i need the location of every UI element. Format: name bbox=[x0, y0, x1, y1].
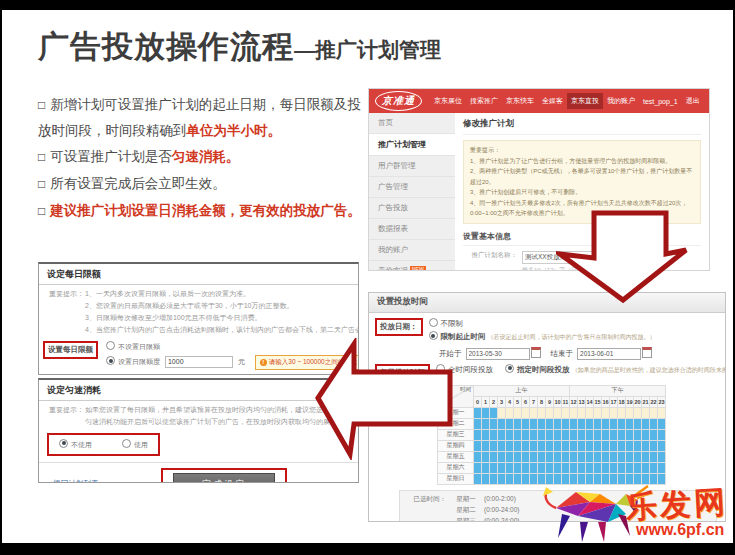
schedule-cell[interactable] bbox=[642, 407, 650, 418]
schedule-cell[interactable] bbox=[610, 407, 618, 418]
schedule-cell[interactable] bbox=[610, 418, 618, 429]
schedule-cell[interactable] bbox=[570, 440, 578, 451]
schedule-cell[interactable] bbox=[530, 440, 538, 451]
schedule-cell[interactable] bbox=[650, 440, 658, 451]
schedule-cell[interactable] bbox=[474, 429, 482, 440]
schedule-cell[interactable] bbox=[506, 451, 514, 462]
schedule-cell[interactable] bbox=[650, 473, 658, 484]
schedule-cell[interactable] bbox=[474, 440, 482, 451]
schedule-cell[interactable] bbox=[594, 407, 602, 418]
schedule-cell[interactable] bbox=[482, 462, 490, 473]
schedule-cell[interactable] bbox=[490, 473, 498, 484]
schedule-cell[interactable] bbox=[562, 407, 570, 418]
schedule-cell[interactable] bbox=[506, 418, 514, 429]
schedule-cell[interactable] bbox=[634, 451, 642, 462]
schedule-cell[interactable] bbox=[514, 407, 522, 418]
schedule-cell[interactable] bbox=[610, 440, 618, 451]
schedule-cell[interactable] bbox=[522, 473, 530, 484]
daily-option-specified[interactable]: 指定时间段投放 bbox=[505, 365, 570, 374]
date-option-unlimited[interactable]: 不限制 bbox=[429, 318, 656, 329]
schedule-cell[interactable] bbox=[562, 451, 570, 462]
nav-item-全媒客[interactable]: 全媒客 bbox=[538, 93, 567, 109]
schedule-cell[interactable] bbox=[474, 462, 482, 473]
schedule-cell[interactable] bbox=[658, 462, 666, 473]
radio-icon[interactable] bbox=[106, 341, 115, 350]
schedule-cell[interactable] bbox=[578, 418, 586, 429]
schedule-cell[interactable] bbox=[514, 429, 522, 440]
schedule-cell[interactable] bbox=[642, 429, 650, 440]
schedule-cell[interactable] bbox=[642, 451, 650, 462]
schedule-cell[interactable] bbox=[522, 440, 530, 451]
schedule-cell[interactable] bbox=[634, 429, 642, 440]
schedule-cell[interactable] bbox=[642, 473, 650, 484]
schedule-cell[interactable] bbox=[538, 462, 546, 473]
schedule-cell[interactable] bbox=[522, 418, 530, 429]
schedule-cell[interactable] bbox=[554, 429, 562, 440]
schedule-cell[interactable] bbox=[626, 429, 634, 440]
schedule-cell[interactable] bbox=[642, 462, 650, 473]
schedule-cell[interactable] bbox=[546, 451, 554, 462]
schedule-cell[interactable] bbox=[578, 451, 586, 462]
schedule-cell[interactable] bbox=[626, 407, 634, 418]
schedule-cell[interactable] bbox=[538, 473, 546, 484]
schedule-cell[interactable] bbox=[554, 407, 562, 418]
schedule-cell[interactable] bbox=[490, 429, 498, 440]
schedule-cell[interactable] bbox=[650, 451, 658, 462]
radio-icon[interactable] bbox=[429, 318, 438, 327]
schedule-cell[interactable] bbox=[538, 440, 546, 451]
schedule-cell[interactable] bbox=[546, 429, 554, 440]
schedule-cell[interactable] bbox=[570, 462, 578, 473]
sidebar-item-首页[interactable]: 首页 bbox=[369, 113, 455, 134]
radio-icon[interactable] bbox=[122, 439, 131, 448]
schedule-cell[interactable] bbox=[546, 440, 554, 451]
schedule-cell[interactable] bbox=[626, 473, 634, 484]
schedule-cell[interactable] bbox=[578, 462, 586, 473]
schedule-cell[interactable] bbox=[650, 462, 658, 473]
schedule-cell[interactable] bbox=[634, 418, 642, 429]
schedule-cell[interactable] bbox=[514, 418, 522, 429]
schedule-cell[interactable] bbox=[594, 418, 602, 429]
schedule-cell[interactable] bbox=[618, 429, 626, 440]
schedule-cell[interactable] bbox=[490, 440, 498, 451]
schedule-cell[interactable] bbox=[610, 462, 618, 473]
end-date-input[interactable] bbox=[577, 348, 641, 360]
schedule-cell[interactable] bbox=[570, 429, 578, 440]
schedule-cell[interactable] bbox=[570, 418, 578, 429]
sidebar-item-广告投放[interactable]: 广告投放 bbox=[369, 198, 455, 219]
schedule-cell[interactable] bbox=[498, 473, 506, 484]
schedule-cell[interactable] bbox=[490, 418, 498, 429]
schedule-cell[interactable] bbox=[626, 462, 634, 473]
schedule-cell[interactable] bbox=[618, 407, 626, 418]
schedule-cell[interactable] bbox=[578, 440, 586, 451]
schedule-cell[interactable] bbox=[586, 418, 594, 429]
nav-item-搜索推广[interactable]: 搜索推广 bbox=[466, 93, 502, 109]
start-date-input[interactable] bbox=[466, 348, 530, 360]
schedule-cell[interactable] bbox=[538, 418, 546, 429]
schedule-cell[interactable] bbox=[530, 451, 538, 462]
schedule-cell[interactable] bbox=[610, 451, 618, 462]
schedule-cell[interactable] bbox=[506, 473, 514, 484]
schedule-cell[interactable] bbox=[562, 462, 570, 473]
schedule-cell[interactable] bbox=[490, 462, 498, 473]
schedule-cell[interactable] bbox=[546, 418, 554, 429]
schedule-cell[interactable] bbox=[642, 440, 650, 451]
schedule-cell[interactable] bbox=[634, 473, 642, 484]
schedule-cell[interactable] bbox=[626, 440, 634, 451]
schedule-cell[interactable] bbox=[546, 473, 554, 484]
schedule-cell[interactable] bbox=[586, 407, 594, 418]
schedule-cell[interactable] bbox=[658, 473, 666, 484]
date-option-limited[interactable]: 限制起止时间 （若设定起止时间，该计划中的广告将只在限制时间内投放。） bbox=[429, 331, 656, 342]
schedule-cell[interactable] bbox=[602, 429, 610, 440]
schedule-cell[interactable] bbox=[498, 451, 506, 462]
time-grid[interactable]: 时间星期上午下午01234567891011121314151617181920… bbox=[437, 385, 666, 485]
schedule-cell[interactable] bbox=[578, 429, 586, 440]
schedule-cell[interactable] bbox=[618, 451, 626, 462]
schedule-cell[interactable] bbox=[554, 440, 562, 451]
schedule-cell[interactable] bbox=[618, 473, 626, 484]
schedule-cell[interactable] bbox=[490, 451, 498, 462]
schedule-cell[interactable] bbox=[530, 418, 538, 429]
schedule-cell[interactable] bbox=[658, 429, 666, 440]
schedule-cell[interactable] bbox=[586, 429, 594, 440]
schedule-cell[interactable] bbox=[602, 407, 610, 418]
schedule-cell[interactable] bbox=[562, 418, 570, 429]
